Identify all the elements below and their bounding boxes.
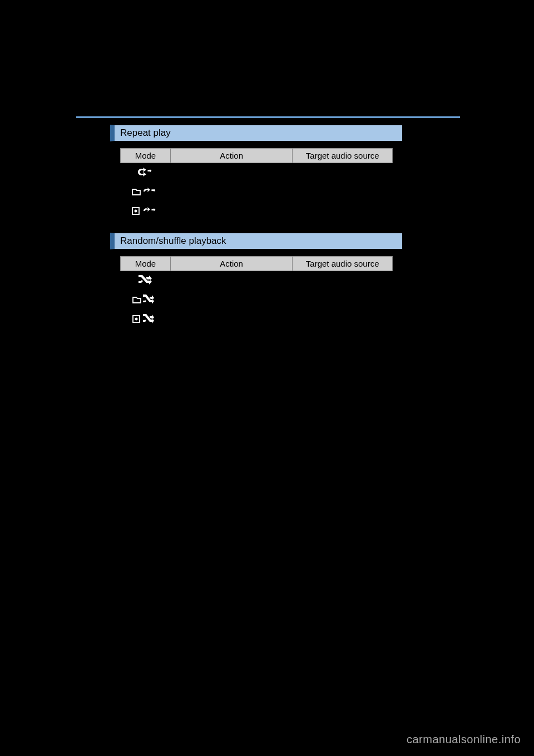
disc-repeat-icon <box>131 205 159 218</box>
table-row <box>121 163 393 183</box>
svg-point-3 <box>135 318 138 321</box>
table-row <box>121 271 393 291</box>
table-row <box>121 202 393 222</box>
table-row <box>121 310 393 330</box>
svg-point-1 <box>135 210 137 213</box>
mode-icon-cell <box>121 202 171 222</box>
section-title: Repeat play <box>120 127 171 138</box>
th-target: Target audio source <box>293 149 393 163</box>
table-random: Mode Action Target audio source <box>120 256 393 330</box>
th-mode: Mode <box>121 257 171 271</box>
mode-icon-cell <box>121 310 171 330</box>
action-cell <box>170 183 292 202</box>
target-cell <box>293 202 393 222</box>
table-row <box>121 291 393 310</box>
action-cell <box>170 163 292 183</box>
th-mode: Mode <box>121 149 171 163</box>
mode-icon-cell <box>121 291 171 310</box>
page-top-rule <box>76 116 460 118</box>
action-cell <box>170 291 292 310</box>
target-cell <box>293 183 393 202</box>
action-cell <box>170 271 292 291</box>
target-cell <box>293 310 393 330</box>
disc-shuffle-icon <box>132 313 159 326</box>
section-header-random: Random/shuffle playback <box>110 233 403 249</box>
th-action: Action <box>170 149 292 163</box>
folder-repeat-icon <box>131 186 159 199</box>
folder-shuffle-icon <box>132 294 159 307</box>
table-row <box>121 183 393 202</box>
action-cell <box>170 310 292 330</box>
table-repeat: Mode Action Target audio source <box>120 148 393 222</box>
target-cell <box>293 163 393 183</box>
mode-icon-cell <box>121 163 171 183</box>
repeat-icon <box>135 166 155 179</box>
th-action: Action <box>170 257 292 271</box>
mode-icon-cell <box>121 271 171 291</box>
target-cell <box>293 271 393 291</box>
shuffle-icon <box>137 274 153 287</box>
action-cell <box>170 202 292 222</box>
mode-icon-cell <box>121 183 171 202</box>
section-header-repeat: Repeat play <box>110 125 403 141</box>
th-target: Target audio source <box>293 257 393 271</box>
section-title: Random/shuffle playback <box>120 235 226 246</box>
watermark: carmanualsonline.info <box>407 733 521 746</box>
page-content: Repeat play Mode Action Target audio sou… <box>110 125 403 341</box>
target-cell <box>293 291 393 310</box>
